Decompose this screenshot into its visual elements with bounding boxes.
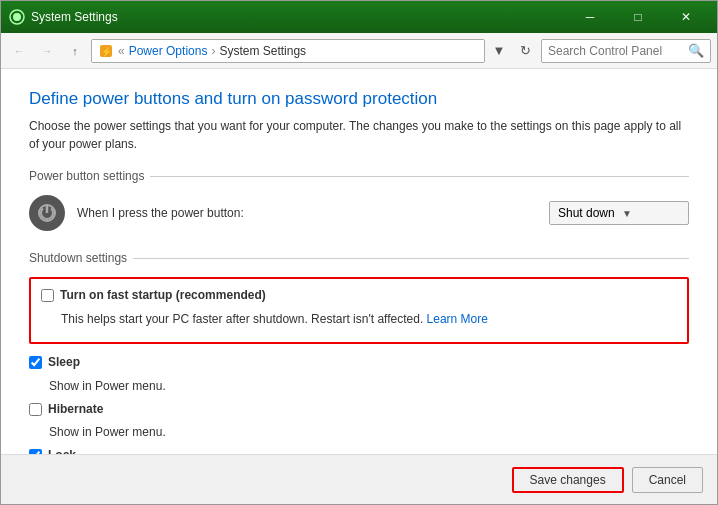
window-icon [9, 9, 25, 25]
fast-startup-checkbox[interactable] [41, 289, 54, 302]
sleep-description: Show in Power menu. [49, 379, 689, 393]
refresh-button[interactable]: ↻ [513, 39, 537, 63]
forward-button[interactable]: → [35, 39, 59, 63]
learn-more-link[interactable]: Learn More [427, 312, 488, 326]
fast-startup-box: Turn on fast startup (recommended) This … [29, 277, 689, 344]
fast-startup-row: Turn on fast startup (recommended) [41, 287, 677, 304]
power-button-label: When I press the power button: [77, 206, 537, 220]
sleep-label[interactable]: Sleep [48, 354, 80, 371]
section-divider-line [150, 176, 689, 177]
breadcrumb-current: System Settings [219, 44, 306, 58]
address-dropdown-button[interactable]: ▼ [489, 39, 509, 63]
sleep-row: Sleep [29, 354, 689, 371]
svg-point-1 [13, 13, 21, 21]
breadcrumb: ⚡ « Power Options › System Settings [91, 39, 485, 63]
close-button[interactable]: ✕ [663, 1, 709, 33]
address-bar: ← → ↑ ⚡ « Power Options › System Setting… [1, 33, 717, 69]
back-button[interactable]: ← [7, 39, 31, 63]
fast-startup-description: This helps start your PC faster after sh… [61, 312, 677, 326]
fast-startup-label[interactable]: Turn on fast startup (recommended) [60, 287, 266, 304]
system-settings-window: System Settings ─ □ ✕ ← → ↑ ⚡ « Power Op… [0, 0, 718, 505]
lock-row: Lock [29, 447, 689, 454]
power-action-dropdown[interactable]: Shut down ▼ [549, 201, 689, 225]
search-icon[interactable]: 🔍 [688, 43, 704, 58]
shutdown-divider-line [133, 258, 689, 259]
path-icon: ⚡ [98, 43, 114, 59]
title-bar: System Settings ─ □ ✕ [1, 1, 717, 33]
footer: Save changes Cancel [1, 454, 717, 504]
content-area: Define power buttons and turn on passwor… [1, 69, 717, 454]
minimize-button[interactable]: ─ [567, 1, 613, 33]
page-description: Choose the power settings that you want … [29, 117, 689, 153]
power-button-row: When I press the power button: Shut down… [29, 195, 689, 231]
window-controls: ─ □ ✕ [567, 1, 709, 33]
maximize-button[interactable]: □ [615, 1, 661, 33]
search-input[interactable] [548, 44, 688, 58]
svg-text:⚡: ⚡ [101, 46, 113, 58]
hibernate-row: Hibernate [29, 401, 689, 418]
power-action-value: Shut down [558, 206, 616, 220]
dropdown-arrow-icon: ▼ [622, 208, 680, 219]
sleep-checkbox[interactable] [29, 356, 42, 369]
shutdown-settings: Turn on fast startup (recommended) This … [29, 277, 689, 454]
page-title: Define power buttons and turn on passwor… [29, 89, 689, 109]
power-icon [29, 195, 65, 231]
power-section-header: Power button settings [29, 169, 689, 183]
hibernate-description: Show in Power menu. [49, 425, 689, 439]
shutdown-section-header: Shutdown settings [29, 251, 689, 265]
hibernate-label[interactable]: Hibernate [48, 401, 103, 418]
lock-label[interactable]: Lock [48, 447, 76, 454]
search-box: 🔍 [541, 39, 711, 63]
path-separator-1: « [118, 44, 125, 58]
power-section-label: Power button settings [29, 169, 150, 183]
path-separator-2: › [211, 44, 215, 58]
up-button[interactable]: ↑ [63, 39, 87, 63]
breadcrumb-home[interactable]: Power Options [129, 44, 208, 58]
window-title: System Settings [31, 10, 567, 24]
save-button[interactable]: Save changes [512, 467, 624, 493]
hibernate-checkbox[interactable] [29, 403, 42, 416]
cancel-button[interactable]: Cancel [632, 467, 703, 493]
shutdown-section-label: Shutdown settings [29, 251, 133, 265]
